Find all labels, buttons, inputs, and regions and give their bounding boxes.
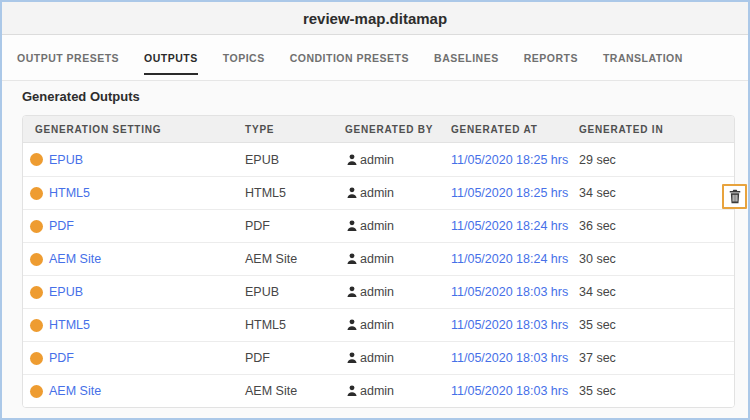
generated-at-link[interactable]: 11/05/2020 18:24 hrs [451,219,568,233]
generation-setting-link[interactable]: HTML5 [49,318,90,332]
generation-setting-cell: EPUB [23,285,233,299]
generated-at-cell: 11/05/2020 18:03 hrs [439,384,567,398]
generated-by-value: admin [360,252,394,266]
generated-by-cell: admin [333,153,439,167]
type-cell: EPUB [233,153,333,167]
generation-setting-cell: HTML5 [23,318,233,332]
user-icon [345,186,359,200]
generated-by-cell: admin [333,252,439,266]
generated-at-link[interactable]: 11/05/2020 18:03 hrs [451,351,568,365]
type-value: AEM Site [245,384,297,398]
type-cell: AEM Site [233,384,333,398]
trash-icon [728,189,742,204]
tab-outputs[interactable]: OUTPUTS [144,35,198,80]
generated-at-link[interactable]: 11/05/2020 18:03 hrs [451,285,568,299]
status-dot-icon [30,385,43,398]
generation-setting-link[interactable]: AEM Site [49,252,101,266]
tab-translation[interactable]: TRANSLATION [603,35,683,80]
status-dot-icon [30,319,43,332]
tab-output-presets[interactable]: OUTPUT PRESETS [17,35,119,80]
generated-in-cell: 34 sec [567,186,734,200]
generation-setting-link[interactable]: PDF [49,351,74,365]
generated-by-value: admin [360,351,394,365]
generation-setting-link[interactable]: HTML5 [49,186,90,200]
table-header-row: GENERATION SETTINGTYPEGENERATED BYGENERA… [23,116,734,143]
generated-by-value: admin [360,153,394,167]
type-cell: EPUB [233,285,333,299]
table-body: EPUB EPUB admin 11/05/2020 18:25 hrs 29 … [23,143,734,407]
table-row: HTML5 HTML5 admin 11/05/2020 18:25 hrs 3… [23,176,734,209]
type-value: EPUB [245,285,279,299]
generation-setting-link[interactable]: AEM Site [49,384,101,398]
user-icon [345,219,359,233]
user-icon [345,318,359,332]
generated-in-value: 34 sec [579,285,616,299]
type-cell: PDF [233,351,333,365]
user-icon [345,384,359,398]
generated-in-value: 30 sec [579,252,616,266]
status-dot-icon [30,153,43,166]
generated-by-cell: admin [333,351,439,365]
generated-in-value: 34 sec [579,186,616,200]
user-icon [345,285,359,299]
table-row: EPUB EPUB admin 11/05/2020 18:03 hrs 34 … [23,275,734,308]
table-row: PDF PDF admin 11/05/2020 18:24 hrs 36 se… [23,209,734,242]
page-title: review-map.ditamap [303,10,447,27]
generated-in-cell: 34 sec [567,285,734,299]
type-value: EPUB [245,153,279,167]
column-header: GENERATED AT [439,124,567,135]
table-row: PDF PDF admin 11/05/2020 18:03 hrs 37 se… [23,341,734,374]
generation-setting-link[interactable]: EPUB [49,153,83,167]
generated-in-cell: 30 sec [567,252,734,266]
tab-bar: OUTPUT PRESETSOUTPUTSTOPICSCONDITION PRE… [2,35,748,81]
column-header: GENERATION SETTING [23,124,233,135]
generated-at-cell: 11/05/2020 18:25 hrs [439,186,567,200]
type-cell: HTML5 [233,318,333,332]
generation-setting-link[interactable]: PDF [49,219,74,233]
user-icon [345,351,359,365]
generation-setting-link[interactable]: EPUB [49,285,83,299]
generated-at-link[interactable]: 11/05/2020 18:25 hrs [451,153,568,167]
tab-condition-presets[interactable]: CONDITION PRESETS [290,35,409,80]
delete-output-button[interactable] [722,184,747,209]
table-row: AEM Site AEM Site admin 11/05/2020 18:03… [23,374,734,407]
status-dot-icon [30,253,43,266]
column-header: TYPE [233,124,333,135]
generated-in-value: 35 sec [579,318,616,332]
generated-outputs-table: GENERATION SETTINGTYPEGENERATED BYGENERA… [22,115,735,408]
generated-by-cell: admin [333,219,439,233]
generation-setting-cell: AEM Site [23,252,233,266]
generation-setting-cell: AEM Site [23,384,233,398]
generated-by-cell: admin [333,318,439,332]
status-dot-icon [30,220,43,233]
generated-by-cell: admin [333,285,439,299]
tab-topics[interactable]: TOPICS [223,35,265,80]
user-icon [345,252,359,266]
generated-by-value: admin [360,318,394,332]
tab-reports[interactable]: REPORTS [524,35,578,80]
generated-at-cell: 11/05/2020 18:03 hrs [439,318,567,332]
generated-in-value: 37 sec [579,351,616,365]
generated-at-link[interactable]: 11/05/2020 18:25 hrs [451,186,568,200]
type-value: HTML5 [245,186,286,200]
generated-at-link[interactable]: 11/05/2020 18:03 hrs [451,384,568,398]
tab-baselines[interactable]: BASELINES [434,35,499,80]
generation-setting-cell: PDF [23,219,233,233]
type-cell: PDF [233,219,333,233]
generated-at-cell: 11/05/2020 18:03 hrs [439,285,567,299]
title-bar: review-map.ditamap [2,2,748,35]
status-dot-icon [30,187,43,200]
section-heading: Generated Outputs [22,89,735,105]
type-cell: AEM Site [233,252,333,266]
type-cell: HTML5 [233,186,333,200]
generated-at-link[interactable]: 11/05/2020 18:24 hrs [451,252,568,266]
app-window: review-map.ditamap OUTPUT PRESETSOUTPUTS… [0,0,750,420]
generated-in-cell: 29 sec [567,153,734,167]
generated-by-cell: admin [333,384,439,398]
status-dot-icon [30,286,43,299]
generated-at-cell: 11/05/2020 18:24 hrs [439,252,567,266]
generated-at-cell: 11/05/2020 18:25 hrs [439,153,567,167]
generated-in-cell: 37 sec [567,351,734,365]
user-icon [345,153,359,167]
generated-at-link[interactable]: 11/05/2020 18:03 hrs [451,318,568,332]
